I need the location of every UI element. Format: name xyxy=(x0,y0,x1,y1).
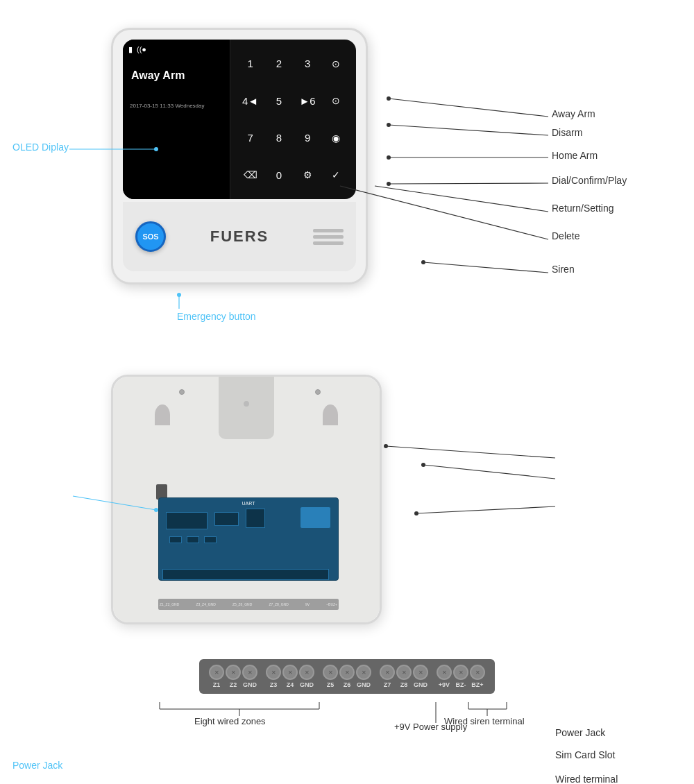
pcb-components: UART xyxy=(159,498,338,580)
oled-display-label: OLED Diplay xyxy=(12,142,69,153)
terminal-label-z5: Z5 xyxy=(327,681,335,688)
key-disarm[interactable]: ⊙ xyxy=(326,91,346,110)
terminal-screw-9v xyxy=(437,665,452,680)
device-bottom: SOS FUERS xyxy=(123,202,356,271)
disarm-label: Disarm xyxy=(552,127,582,138)
svg-line-12 xyxy=(423,262,548,273)
key-8[interactable]: 8 xyxy=(269,128,289,148)
wifi-icon: ((● xyxy=(137,45,146,54)
terminal-label-bz-minus: BZ- xyxy=(456,681,466,688)
key-3[interactable]: 3 xyxy=(298,54,317,74)
svg-point-19 xyxy=(421,463,425,467)
dial-confirm-play-label: Dial/Confirm/Play xyxy=(552,175,627,186)
terminal-pin-z6: Z6 xyxy=(339,665,355,688)
svg-point-3 xyxy=(387,96,391,101)
center-dot xyxy=(244,401,249,407)
terminal-connector-pcb xyxy=(162,569,329,580)
eight-wired-zones-label: Eight wired zones xyxy=(194,716,266,726)
pcb-chip-3 xyxy=(246,509,265,528)
terminal-pin-gnd2: GND xyxy=(299,665,314,688)
wired-terminal-label: Wired terminal xyxy=(555,774,618,784)
terminal-screw-bz-plus xyxy=(470,665,485,680)
key-delete[interactable]: ⌫ xyxy=(241,165,260,185)
siren-line-2 xyxy=(313,235,344,239)
terminal-pin-z4: Z4 xyxy=(282,665,298,688)
mount-hole-right xyxy=(323,404,338,425)
terminal-label-z8: Z8 xyxy=(400,681,408,688)
terminal-pin-z3: Z3 xyxy=(266,665,281,688)
terminal-screw-z3 xyxy=(266,665,281,680)
terminal-section: Z1 Z2 GND Z3 Z4 xyxy=(0,652,694,763)
svg-line-16 xyxy=(386,446,555,458)
terminal-screw-z5 xyxy=(323,665,338,680)
sos-button[interactable]: SOS xyxy=(135,221,166,252)
oled-status-icons: ▮ ((● xyxy=(128,45,146,54)
pcb-chip-1 xyxy=(166,512,208,529)
mount-hole-left xyxy=(155,404,170,425)
svg-line-18 xyxy=(423,465,555,479)
delete-label: Delete xyxy=(552,230,579,241)
key-0[interactable]: 0 xyxy=(269,165,289,185)
terminal-pin-z2: Z2 xyxy=(226,665,241,688)
terminal-group-3: Z5 Z6 GND xyxy=(323,665,371,688)
terminal-label-z4: Z4 xyxy=(287,681,294,688)
terminal-group-4: Z7 Z8 GND xyxy=(380,665,428,688)
oled-main-text: Away Arm xyxy=(131,69,185,82)
key-6[interactable]: ►6 xyxy=(298,91,317,110)
brand-name: FUERS xyxy=(210,228,269,246)
terminal-pin-bz-plus: BZ+ xyxy=(470,665,485,688)
away-arm-label: Away Arm xyxy=(552,108,595,119)
svg-point-13 xyxy=(421,260,425,264)
terminal-pin-gnd1: GND xyxy=(242,665,257,688)
svg-point-7 xyxy=(387,155,391,160)
terminal-group-2: Z3 Z4 GND xyxy=(266,665,314,688)
svg-line-8 xyxy=(389,183,548,184)
pcb-chip-2 xyxy=(214,512,239,526)
svg-point-21 xyxy=(414,511,418,515)
svg-point-15 xyxy=(177,293,181,297)
terminal-pin-gnd4: GND xyxy=(413,665,428,688)
svg-line-11 xyxy=(340,186,548,239)
key-5[interactable]: 5 xyxy=(269,91,289,110)
svg-line-20 xyxy=(416,506,555,513)
device-back: UART xyxy=(111,375,382,624)
terminal-board: Z1 Z2 GND Z3 Z4 xyxy=(199,659,495,694)
key-dial-confirm-play[interactable]: ✓ xyxy=(326,165,346,185)
return-setting-label: Return/Setting xyxy=(552,203,614,214)
terminal-label-z7: Z7 xyxy=(384,681,391,688)
terminal-label-9v: +9V xyxy=(439,681,450,688)
terminal-pin-z5: Z5 xyxy=(323,665,338,688)
glass-panel: ▮ ((● Away Arm 2017-03-15 11:33 Wednesda… xyxy=(123,40,356,199)
oled-display: ▮ ((● Away Arm 2017-03-15 11:33 Wednesda… xyxy=(123,40,230,199)
back-inner: UART xyxy=(113,377,380,622)
pcb-board: UART xyxy=(158,497,339,581)
svg-line-10 xyxy=(375,186,548,212)
terminal-callout-area: Eight wired zones +9V Power supply Wired… xyxy=(104,697,590,759)
key-4[interactable]: 4◄ xyxy=(241,91,260,110)
terminal-screw-gnd1 xyxy=(242,665,257,680)
siren-line-1 xyxy=(313,229,344,232)
key-home-arm[interactable]: ◉ xyxy=(326,128,346,148)
pcb-comp-3 xyxy=(204,536,217,543)
terminal-screw-gnd4 xyxy=(413,665,428,680)
key-away-arm[interactable]: ⊙ xyxy=(326,54,346,74)
terminal-screw-z6 xyxy=(339,665,355,680)
front-section: ▮ ((● Away Arm 2017-03-15 11:33 Wednesda… xyxy=(0,14,694,354)
pcb-uart-label: UART xyxy=(242,501,255,506)
emergency-button-label: Emergency button xyxy=(177,311,256,322)
terminal-strip-device: Z1_Z2_GND Z3_Z4_GND Z5_Z6_GND Z7_Z8_GND … xyxy=(158,599,339,610)
terminal-pin-z1: Z1 xyxy=(209,665,224,688)
screw-tr xyxy=(315,389,321,395)
terminal-label-gnd1: GND xyxy=(243,681,257,688)
key-2[interactable]: 2 xyxy=(269,54,289,74)
key-1[interactable]: 1 xyxy=(241,54,260,74)
battery-icon: ▮ xyxy=(128,45,133,54)
home-arm-label: Home Arm xyxy=(552,150,598,161)
terminal-screw-gnd2 xyxy=(299,665,314,680)
key-9[interactable]: 9 xyxy=(298,128,317,148)
oled-datetime: 2017-03-15 11:33 Wednesday xyxy=(130,103,205,109)
key-7[interactable]: 7 xyxy=(241,128,260,148)
keypad-area: 1 2 3 ⊙ 4◄ 5 ►6 ⊙ 7 8 9 ◉ ⌫ 0 ⚙ ✓ xyxy=(230,40,356,199)
terminal-pin-gnd3: GND xyxy=(356,665,371,688)
key-return-setting[interactable]: ⚙ xyxy=(298,165,317,185)
